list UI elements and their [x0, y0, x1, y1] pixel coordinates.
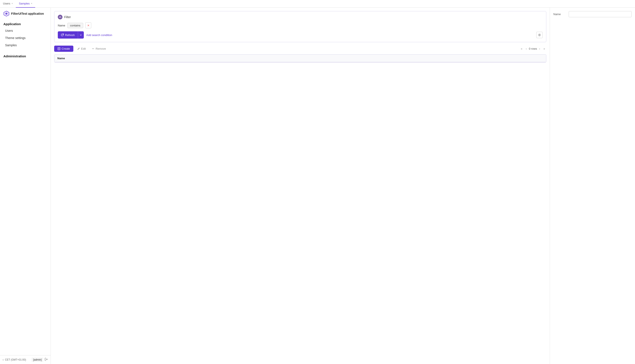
filter-actions: Refresh Add search condition: [58, 31, 543, 38]
logout-button[interactable]: [45, 358, 48, 362]
filter-title: Filter: [64, 15, 71, 19]
tab-bar: Users × Samples ×: [0, 0, 635, 8]
filter-remove-icon: ✕: [87, 24, 90, 27]
svg-point-2: [6, 13, 7, 14]
refresh-btn-main: Refresh: [58, 31, 78, 38]
tab-samples[interactable]: Samples ×: [16, 0, 35, 8]
detail-panel: Name: [550, 8, 635, 364]
edit-label: Edit: [81, 47, 86, 50]
sidebar-bottom-left: ‹ CET (GMT+01:00): [3, 358, 26, 362]
app-name: FilterUITest application: [11, 12, 44, 15]
rows-count: 0 rows: [529, 47, 537, 50]
sidebar-section-application: Application: [0, 19, 51, 27]
filter-operator-label: contains: [70, 24, 80, 27]
remove-button[interactable]: Remove: [90, 46, 108, 52]
column-name: Name: [54, 54, 546, 62]
user-badge: [admin]: [32, 358, 43, 362]
edit-icon: [77, 47, 80, 50]
main-layout: FilterUITest application Application Use…: [0, 8, 635, 364]
remove-icon: [92, 47, 95, 50]
app-logo: [4, 11, 10, 16]
tab-samples-label: Samples: [19, 2, 30, 5]
tab-users-label: Users: [3, 2, 10, 5]
prev-page-button[interactable]: ‹: [524, 46, 528, 51]
edit-button[interactable]: Edit: [75, 46, 88, 52]
app-title-area: FilterUITest application: [0, 8, 51, 19]
add-search-condition-link[interactable]: Add search condition: [86, 34, 112, 37]
svg-point-3: [539, 34, 540, 36]
first-page-button[interactable]: «: [520, 46, 524, 51]
sidebar-item-samples[interactable]: Samples: [2, 42, 49, 48]
table: Name: [54, 54, 546, 62]
sidebar-section-admin: Administration: [0, 51, 51, 59]
pagination: « ‹ 0 rows › »: [520, 46, 546, 51]
detail-name-field: Name: [553, 11, 631, 17]
gear-icon: [538, 34, 541, 36]
tab-users-close[interactable]: ×: [12, 2, 13, 5]
create-button[interactable]: Create: [54, 46, 73, 52]
detail-name-input[interactable]: [569, 11, 631, 17]
refresh-dropdown-button[interactable]: [78, 31, 84, 38]
refresh-label: Refresh: [65, 34, 75, 37]
filter-field-name: Name: [58, 24, 65, 27]
sidebar-item-samples-label: Samples: [5, 44, 17, 47]
filter-panel: Filter Name contains ✕: [54, 11, 546, 42]
chevron-down-icon: [80, 34, 82, 36]
tab-samples-close[interactable]: ×: [31, 2, 32, 5]
filter-settings-button[interactable]: [536, 32, 543, 38]
timezone-label: CET (GMT+01:00): [5, 358, 26, 361]
data-table: Name: [54, 54, 546, 62]
sidebar-item-users[interactable]: Users: [2, 27, 49, 34]
table-header: Name: [54, 54, 546, 62]
refresh-button[interactable]: Refresh: [58, 31, 84, 38]
sidebar-bottom: ‹ CET (GMT+01:00) [admin]: [0, 355, 51, 364]
filter-condition-row: Name contains ✕: [58, 22, 543, 28]
content-area: Filter Name contains ✕: [51, 8, 635, 364]
detail-name-label: Name: [553, 12, 566, 16]
sidebar-item-users-label: Users: [5, 29, 13, 32]
sidebar: FilterUITest application Application Use…: [0, 8, 51, 364]
filter-header: Filter: [58, 15, 543, 20]
next-page-button[interactable]: ›: [538, 46, 541, 51]
filter-toggle-button[interactable]: [58, 15, 63, 20]
sidebar-item-theme-settings[interactable]: Theme settings: [2, 34, 49, 41]
remove-label: Remove: [96, 47, 106, 50]
refresh-icon: [61, 34, 64, 36]
main-panel: Filter Name contains ✕: [51, 8, 550, 364]
collapse-sidebar-button[interactable]: ‹: [3, 358, 4, 362]
filter-operator-button[interactable]: contains: [67, 23, 83, 28]
filter-remove-condition-button[interactable]: ✕: [85, 22, 91, 28]
tab-users[interactable]: Users ×: [0, 0, 16, 8]
create-icon: [58, 47, 60, 50]
last-page-button[interactable]: »: [542, 46, 546, 51]
toolbar: Create Edit Remove « ‹ 0 r: [54, 46, 546, 52]
create-label: Create: [62, 47, 70, 50]
sidebar-item-theme-settings-label: Theme settings: [5, 36, 26, 40]
